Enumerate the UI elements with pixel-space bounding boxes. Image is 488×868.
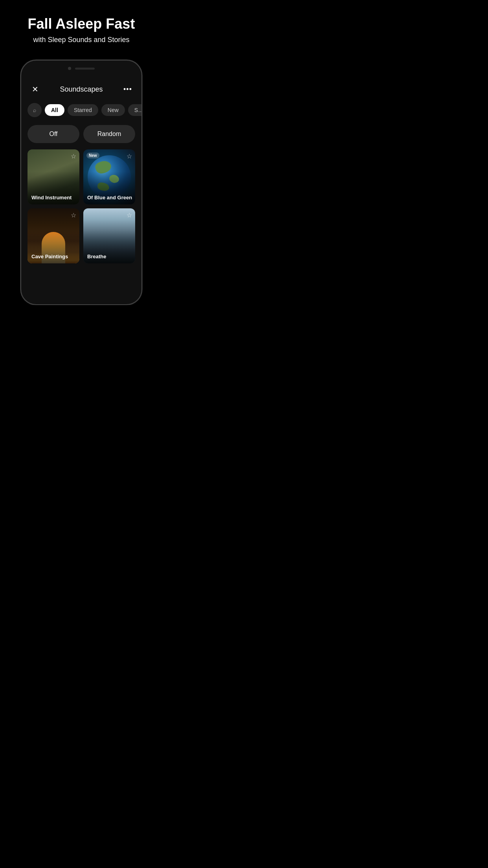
screen-title: Soundscapes	[60, 85, 103, 94]
hero-title: Fall Asleep Fast	[8, 16, 155, 32]
off-button[interactable]: Off	[28, 125, 79, 143]
phone-mockup: ✕ Soundscapes ••• ⌕ All Starred New	[20, 60, 142, 305]
filter-sleep[interactable]: S…	[128, 104, 141, 116]
sound-label-cave-paintings: Cave Paintings	[31, 254, 68, 259]
filter-row: ⌕ All Starred New S…	[21, 99, 141, 121]
hero-subtitle: with Sleep Sounds and Stories	[8, 36, 155, 44]
phone-speaker	[75, 68, 95, 70]
sound-card-wind-instrument[interactable]: ☆ Wind Instrument	[28, 149, 79, 204]
star-icon-cave-paintings[interactable]: ☆	[71, 211, 76, 219]
sound-label-of-blue-and-green: Of Blue and Green	[87, 195, 132, 200]
star-icon-blue-green[interactable]: ☆	[127, 153, 132, 160]
sound-card-breathe[interactable]: ☆ Breathe	[83, 208, 135, 263]
search-filter-button[interactable]: ⌕	[28, 103, 42, 117]
star-icon-breathe[interactable]: ☆	[127, 211, 132, 219]
app-header: ✕ Soundscapes •••	[21, 76, 141, 99]
sound-card-of-blue-and-green[interactable]: ☆ New Of Blue and Green	[83, 149, 135, 204]
phone-camera	[68, 67, 71, 70]
filter-all[interactable]: All	[45, 104, 64, 116]
sound-label-breathe: Breathe	[87, 254, 106, 259]
random-button[interactable]: Random	[83, 125, 135, 143]
filter-new[interactable]: New	[101, 104, 125, 116]
phone-notch	[21, 61, 141, 76]
sound-label-wind-instrument: Wind Instrument	[31, 195, 72, 200]
phone-frame: ✕ Soundscapes ••• ⌕ All Starred New	[20, 60, 142, 305]
sounds-grid: ☆ Wind Instrument ☆ New Of Blue and Gree…	[21, 149, 141, 270]
mode-row: Off Random	[21, 121, 141, 149]
more-button[interactable]: •••	[122, 83, 134, 95]
close-button[interactable]: ✕	[29, 83, 41, 95]
search-icon: ⌕	[33, 107, 36, 113]
app-screen: ✕ Soundscapes ••• ⌕ All Starred New	[21, 76, 141, 304]
filter-starred[interactable]: Starred	[68, 104, 98, 116]
sound-card-cave-paintings[interactable]: ☆ Cave Paintings	[28, 208, 79, 263]
hero-section: Fall Asleep Fast with Sleep Sounds and S…	[0, 0, 163, 52]
phone-side-bar	[141, 171, 142, 194]
star-icon-wind-instrument[interactable]: ☆	[71, 153, 76, 160]
new-badge: New	[86, 153, 99, 158]
